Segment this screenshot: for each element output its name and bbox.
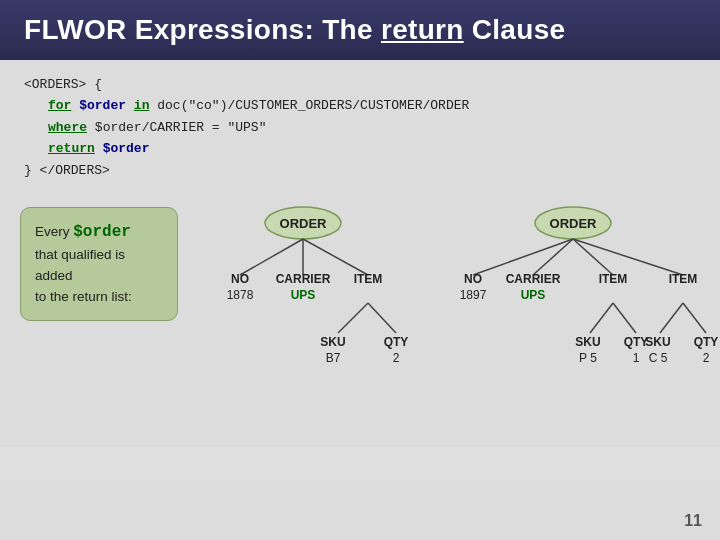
code-line1: <ORDERS> { xyxy=(24,74,696,95)
svg-line-1 xyxy=(240,239,303,275)
page-number: 11 xyxy=(684,512,702,530)
code-line3: where $order/CARRIER = "UPS" xyxy=(24,117,696,138)
tree2-child-item1: ITEM xyxy=(599,272,628,286)
svg-line-9 xyxy=(573,239,613,275)
code-line4-rest: $order xyxy=(103,141,150,156)
tree1-child-no: NO xyxy=(231,272,249,286)
title-suffix: Clause xyxy=(464,14,566,45)
tree1-leaf-sku-label: SKU xyxy=(320,335,345,349)
kw-in: in xyxy=(134,98,150,113)
code-line2-var: $order xyxy=(79,98,134,113)
tree1-leaf-sku-val: B7 xyxy=(326,351,341,365)
tree1-leaf-qty-label: QTY xyxy=(384,335,409,349)
svg-line-11 xyxy=(590,303,613,333)
callout-box: Every $order that qualified is addedto t… xyxy=(20,207,178,321)
tree1-leaf-qty-val: 2 xyxy=(393,351,400,365)
tree2-leaf1-sku-val: P 5 xyxy=(579,351,597,365)
code-area: <ORDERS> { for $order in doc("co")/CUSTO… xyxy=(0,60,720,189)
tree2-leaf1-qty-val: 1 xyxy=(633,351,640,365)
tree2-child-item2: ITEM xyxy=(669,272,698,286)
tree1-child-carrier: CARRIER xyxy=(276,272,331,286)
tree2-root: ORDER xyxy=(550,216,598,231)
tree2: ORDER NO 1897 CARRIER UPS ITEM xyxy=(438,203,718,437)
tree2-leaf1-sku-label: SKU xyxy=(575,335,600,349)
callout-prefix: Every xyxy=(35,224,73,239)
svg-line-10 xyxy=(573,239,683,275)
tree1-root: ORDER xyxy=(280,216,328,231)
tree2-svg: ORDER NO 1897 CARRIER UPS ITEM xyxy=(438,203,718,433)
code-line4: return $order xyxy=(24,138,696,159)
callout-var: $order xyxy=(73,223,131,241)
tree2-leaf2-qty-val: 2 xyxy=(703,351,710,365)
svg-line-5 xyxy=(368,303,396,333)
svg-line-8 xyxy=(533,239,573,275)
tree1-val-carrier: UPS xyxy=(291,288,316,302)
slide-title: FLWOR Expressions: The return Clause xyxy=(24,14,696,46)
tree1: ORDER NO 1878 CARRIER UPS ITEM xyxy=(198,203,408,437)
header: FLWOR Expressions: The return Clause xyxy=(0,0,720,60)
diagrams-area: ORDER NO 1878 CARRIER UPS ITEM xyxy=(198,199,718,437)
svg-line-7 xyxy=(473,239,573,275)
kw-where: where xyxy=(48,120,87,135)
tree1-val-no: 1878 xyxy=(227,288,254,302)
tree2-val-no: 1897 xyxy=(460,288,487,302)
tree1-child-item: ITEM xyxy=(354,272,383,286)
code-line2: for $order in doc("co")/CUSTOMER_ORDERS/… xyxy=(24,95,696,116)
code-line5: } </ORDERS> xyxy=(24,160,696,181)
tree2-leaf2-sku-val: C 5 xyxy=(649,351,668,365)
tree1-svg: ORDER NO 1878 CARRIER UPS ITEM xyxy=(198,203,408,433)
main-content: Every $order that qualified is addedto t… xyxy=(0,189,720,447)
svg-line-13 xyxy=(660,303,683,333)
svg-line-12 xyxy=(613,303,636,333)
code-line2-rest: doc("co")/CUSTOMER_ORDERS/CUSTOMER/ORDER xyxy=(157,98,469,113)
svg-line-4 xyxy=(338,303,368,333)
tree2-child-no: NO xyxy=(464,272,482,286)
tree2-leaf2-sku-label: SKU xyxy=(645,335,670,349)
code-line3-rest: $order/CARRIER = "UPS" xyxy=(95,120,267,135)
kw-return: return xyxy=(48,141,95,156)
tree2-val-carrier: UPS xyxy=(521,288,546,302)
kw-for: for xyxy=(48,98,71,113)
svg-line-14 xyxy=(683,303,706,333)
title-prefix: FLWOR Expressions: The xyxy=(24,14,381,45)
tree2-leaf2-qty-label: QTY xyxy=(694,335,719,349)
callout-suffix: that qualified is addedto the return lis… xyxy=(35,247,132,304)
svg-line-3 xyxy=(303,239,368,275)
tree2-child-carrier: CARRIER xyxy=(506,272,561,286)
title-keyword: return xyxy=(381,14,464,45)
